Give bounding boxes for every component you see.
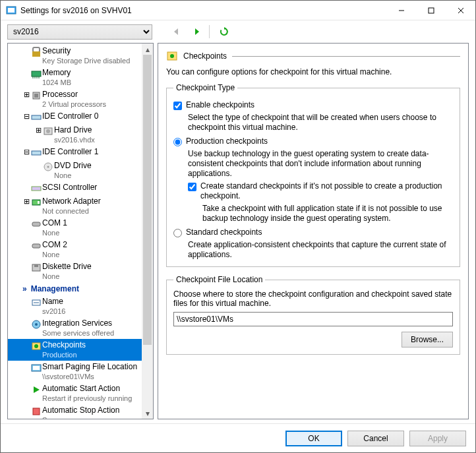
standard-checkpoints-label: Standard checkpoints	[186, 227, 262, 237]
tree-item-smart-paging-file-location[interactable]: Smart Paging File Location\\svstore01\VM…	[8, 361, 153, 382]
svg-point-23	[47, 166, 49, 168]
expand-icon[interactable]: ⊟	[22, 148, 30, 156]
tree-item-com-2[interactable]: COM 2None	[8, 239, 153, 260]
svg-marker-7	[195, 28, 199, 35]
nic-icon	[30, 197, 42, 208]
panel-description: You can configure options for checkpoint…	[166, 67, 460, 76]
nav-back-button[interactable]	[169, 24, 184, 39]
com-icon	[30, 219, 42, 229]
tree-item-subtitle: Some services offered	[42, 328, 114, 338]
dvd-icon	[42, 162, 54, 172]
tree-item-scsi-controller[interactable]: SCSI Controller	[8, 181, 153, 195]
tree-item-title: Automatic Stop Action	[42, 406, 119, 415]
tree-item-title: Hard Drive	[54, 125, 95, 135]
tree-item-processor[interactable]: ⊞Processor2 Virtual processors	[8, 88, 153, 110]
enable-checkpoints-checkbox[interactable]	[173, 102, 182, 110]
close-button[interactable]	[446, 1, 475, 20]
tree-item-title: IDE Controller 0	[42, 111, 98, 121]
scsi-icon	[30, 183, 42, 194]
tree-item-ide-controller-1[interactable]: ⊟IDE Controller 1	[8, 146, 153, 160]
scroll-down-icon[interactable]: ▾	[142, 408, 153, 419]
hdd-icon	[42, 126, 54, 136]
apply-button[interactable]: Apply	[409, 431, 466, 446]
content-panel: Checkpoints You can configure options fo…	[158, 43, 469, 419]
cancel-button[interactable]: Cancel	[347, 431, 404, 446]
panel-title: Checkpoints	[183, 51, 227, 61]
tree-item-subtitle: Production	[42, 350, 86, 359]
checkpoint-type-group: Checkpoint Type Enable checkpoints Selec…	[166, 83, 460, 267]
tree-item-memory[interactable]: Memory1024 MB	[8, 67, 153, 88]
expand-icon[interactable]: ⊟	[22, 112, 30, 121]
svg-rect-30	[34, 264, 38, 267]
titlebar: Settings for sv2016 on SVHV01	[1, 1, 475, 20]
location-desc: Choose where to store the checkpoint con…	[173, 289, 453, 308]
tree-item-title: Diskette Drive	[42, 262, 92, 272]
expand-icon[interactable]: ⊞	[22, 197, 30, 206]
maximize-button[interactable]	[416, 1, 446, 20]
fdd-icon	[30, 262, 42, 273]
tree-item-hard-drive[interactable]: ⊞Hard Drivesv2016.vhdx	[8, 124, 153, 146]
security-icon	[30, 47, 42, 57]
browse-button[interactable]: Browse...	[402, 332, 453, 347]
tree-item-subtitle: None	[54, 171, 92, 180]
select-type-desc: Select the type of checkpoint that will …	[188, 113, 453, 133]
settings-tree[interactable]: SecurityKey Storage Drive disabledMemory…	[7, 43, 154, 419]
svg-rect-10	[32, 51, 40, 57]
start-icon	[30, 384, 42, 395]
management-section-header: » Management	[8, 282, 153, 295]
tree-item-subtitle: None	[42, 272, 92, 281]
tree-item-ide-controller-0[interactable]: ⊟IDE Controller 0	[8, 110, 153, 124]
section-chevron-icon: »	[22, 284, 27, 293]
dialog-footer: OK Cancel Apply	[1, 423, 475, 452]
expand-icon[interactable]: ⊞	[22, 90, 30, 99]
tree-item-automatic-start-action[interactable]: Automatic Start ActionRestart if previou…	[8, 382, 153, 404]
tree-item-name[interactable]: Namesv2016	[8, 295, 153, 317]
tree-item-diskette-drive[interactable]: Diskette DriveNone	[8, 260, 153, 282]
expand-icon[interactable]: ⊞	[34, 126, 42, 135]
name-icon	[30, 297, 42, 308]
stop-icon	[30, 406, 42, 417]
production-checkpoints-radio[interactable]	[173, 138, 182, 146]
tree-item-title: Automatic Start Action	[42, 384, 132, 394]
scroll-thumb[interactable]	[143, 55, 152, 345]
tree-item-checkpoints[interactable]: CheckpointsProduction	[8, 339, 153, 361]
production-checkpoints-label: Production checkpoints	[186, 136, 268, 146]
svg-rect-3	[429, 8, 434, 13]
svg-rect-21	[32, 151, 41, 155]
tree-item-subtitle: Save	[42, 415, 119, 419]
tree-item-title: Memory	[42, 68, 71, 78]
tree-item-title: SCSI Controller	[42, 183, 97, 193]
tree-item-subtitle: sv2016.vhdx	[54, 135, 95, 144]
svg-point-20	[46, 129, 50, 133]
standard-checkpoints-radio[interactable]	[173, 229, 182, 237]
tree-item-title: Network Adapter	[42, 196, 101, 206]
panel-divider	[232, 56, 460, 57]
location-input[interactable]	[173, 312, 453, 326]
tree-item-subtitle: Restart if previously running	[42, 394, 132, 403]
svg-rect-27	[32, 222, 40, 226]
minimize-button[interactable]	[386, 1, 416, 20]
tree-item-dvd-drive[interactable]: DVD DriveNone	[8, 160, 153, 181]
svg-rect-24	[32, 187, 41, 191]
refresh-button[interactable]	[217, 24, 231, 39]
tree-item-title: Processor	[42, 90, 106, 100]
vm-selector[interactable]: sv2016	[7, 24, 152, 40]
svg-rect-28	[32, 244, 40, 248]
scroll-up-icon[interactable]: ▴	[142, 44, 153, 55]
checkpoint-location-group: Checkpoint File Location Choose where to…	[166, 275, 460, 355]
tree-item-automatic-stop-action[interactable]: Automatic Stop ActionSave	[8, 404, 153, 419]
ok-button[interactable]: OK	[285, 431, 342, 446]
tree-scrollbar[interactable]: ▴ ▾	[142, 44, 153, 419]
enable-checkpoints-label: Enable checkpoints	[186, 100, 254, 109]
tree-item-network-adapter[interactable]: ⊞Network AdapterNot connected	[8, 195, 153, 217]
tree-item-subtitle: 1024 MB	[42, 78, 71, 87]
standard-desc: Create application-consistent checkpoint…	[188, 240, 453, 260]
tree-item-com-1[interactable]: COM 1None	[8, 217, 153, 239]
svg-point-34	[35, 323, 38, 326]
tree-item-security[interactable]: SecurityKey Storage Drive disabled	[8, 45, 153, 67]
svg-rect-18	[32, 115, 41, 119]
svg-marker-39	[34, 386, 40, 393]
fallback-standard-checkbox[interactable]	[188, 183, 196, 191]
nav-forward-button[interactable]	[189, 24, 204, 39]
tree-item-integration-services[interactable]: Integration ServicesSome services offere…	[8, 317, 153, 339]
